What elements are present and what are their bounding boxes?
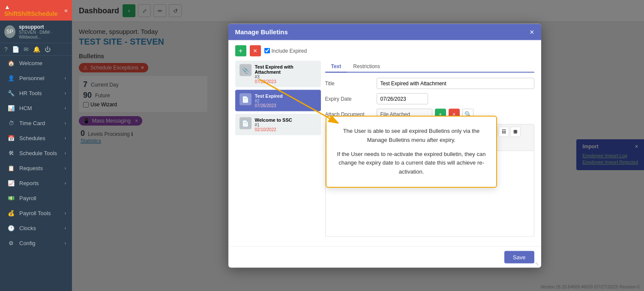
bulletin-item-1[interactable]: 📎 Test Expired with Attachment #3 07/28/… (235, 60, 321, 87)
tools-icon: 🔧 (7, 90, 15, 96)
sidebar-item-reports[interactable]: 📈 Reports › (0, 176, 72, 191)
sidebar-item-schedule-tools[interactable]: 🛠 Schedule Tools › (0, 146, 72, 161)
sidebar-item-label: Personnel (19, 75, 45, 81)
chevron-right-icon: › (65, 136, 66, 141)
sidebar-item-label: Payroll Tools (19, 210, 51, 216)
user-info: spsupport STEVEN · DMM · Wildwood... (19, 24, 68, 39)
tooltip-box: The User is able to see all expired Bull… (326, 116, 497, 188)
avatar: SP (4, 25, 15, 38)
sidebar-item-label: Config (19, 240, 36, 246)
sidebar-item-payroll[interactable]: 💵 Payroll (0, 191, 72, 206)
remove-bulletin-btn[interactable]: × (250, 45, 261, 56)
title-label: Title (325, 80, 372, 86)
chart-icon: 📊 (7, 105, 15, 111)
message-icon[interactable]: ✉ (24, 46, 29, 53)
detail-tabs: Text Restrictions (325, 60, 534, 72)
bulletin-info: Test Expired #2 07/26/2023 (255, 93, 283, 108)
bell-icon[interactable]: 🔔 (33, 46, 40, 53)
sidebar-header: ▲ ShiftShiftSchedule « (0, 0, 72, 21)
tooltip-line1: The User is able to see all expired Bull… (335, 127, 488, 145)
sidebar-collapse-icon[interactable]: « (64, 7, 68, 14)
chevron-right-icon: › (65, 121, 66, 126)
sidebar-item-label: Schedule Tools (19, 150, 57, 156)
document-icon: 📄 (240, 117, 252, 129)
include-expired-label: Include Expired (264, 48, 307, 54)
dollar-icon: 💵 (7, 195, 15, 201)
wrench-icon: 🛠 (7, 150, 15, 156)
expiry-date-input[interactable] (377, 93, 428, 104)
expiry-date-row: Expiry Date (325, 93, 534, 104)
calendar-icon: 📅 (7, 135, 15, 141)
payroll-tools-icon: 💰 (7, 210, 15, 216)
sidebar-item-label: Schedules (19, 135, 45, 141)
person-icon: 👤 (7, 75, 15, 81)
title-row: Title (325, 78, 534, 89)
title-input[interactable] (377, 78, 534, 89)
modal-title: Manage Bulletins (235, 28, 288, 36)
clocks-icon: 🕐 (7, 225, 15, 231)
modal-footer: Save (228, 246, 541, 267)
attachment-icon: 📎 (240, 64, 252, 76)
sidebar-item-label: HCM (19, 105, 32, 111)
chevron-right-icon: › (65, 211, 66, 216)
sidebar-item-personnel[interactable]: 👤 Personnel › (0, 71, 72, 86)
indent-btn[interactable]: ⊞ (510, 126, 521, 137)
sidebar-item-label: HR Tools (19, 90, 42, 96)
sidebar-item-requests[interactable]: 📋 Requests › (0, 161, 72, 176)
bulletin-item-3[interactable]: 📄 Welcome to SSC #1 02/10/2022 (235, 114, 321, 135)
modal-header: Manage Bulletins × (228, 24, 541, 40)
expiry-date-label: Expiry Date (325, 96, 372, 102)
chevron-right-icon: › (65, 226, 66, 231)
sidebar: ▲ ShiftShiftSchedule « SP spsupport STEV… (0, 0, 72, 291)
chevron-right-icon: › (65, 106, 66, 111)
modal-close-btn[interactable]: × (530, 28, 534, 36)
number-list-btn[interactable]: ☷ (499, 126, 509, 137)
document-icon: 📄 (240, 93, 252, 105)
sidebar-nav: 🏠 Welcome 👤 Personnel › 🔧 HR Tools › 📊 H… (0, 56, 72, 291)
sidebar-item-label: Welcome (19, 60, 42, 66)
sidebar-item-welcome[interactable]: 🏠 Welcome (0, 56, 72, 71)
bulletin-controls: + × Include Expired (235, 45, 534, 56)
document-icon[interactable]: 📄 (12, 46, 19, 53)
username: spsupport (19, 24, 68, 30)
clock-icon: ⏱ (7, 120, 15, 126)
sidebar-item-clocks[interactable]: 🕐 Clocks › (0, 221, 72, 236)
sidebar-item-time-card[interactable]: ⏱ Time Card › (0, 116, 72, 131)
chevron-right-icon: › (65, 241, 66, 246)
bulletin-info: Test Expired with Attachment #3 07/28/20… (255, 64, 317, 84)
home-icon: 🏠 (7, 60, 15, 66)
tab-text[interactable]: Text (325, 60, 347, 72)
sidebar-item-label: Time Card (19, 120, 45, 126)
sidebar-item-label: Reports (19, 180, 39, 186)
report-icon: 📈 (7, 180, 15, 186)
include-expired-checkbox[interactable] (264, 48, 270, 54)
gear-icon: ⚙ (7, 240, 15, 246)
add-bulletin-btn[interactable]: + (235, 45, 246, 56)
tab-restrictions[interactable]: Restrictions (347, 60, 386, 72)
sidebar-item-label: Requests (19, 165, 43, 171)
chevron-right-icon: › (65, 166, 66, 171)
sidebar-logo: ▲ ShiftShiftSchedule (4, 3, 64, 17)
chevron-right-icon: › (65, 91, 66, 96)
sidebar-item-hr-tools[interactable]: 🔧 HR Tools › (0, 86, 72, 101)
tooltip-line2: If the User needs to re-activate the exp… (335, 150, 488, 177)
sidebar-item-config[interactable]: ⚙ Config › (0, 236, 72, 251)
save-btn[interactable]: Save (504, 251, 534, 263)
clipboard-icon: 📋 (7, 165, 15, 171)
sidebar-user: SP spsupport STEVEN · DMM · Wildwood... (0, 21, 72, 43)
power-icon[interactable]: ⏻ (45, 46, 51, 53)
chevron-right-icon: › (65, 76, 66, 81)
chevron-right-icon: › (65, 181, 66, 186)
sidebar-item-payroll-tools[interactable]: 💰 Payroll Tools › (0, 206, 72, 221)
bulletin-info: Welcome to SSC #1 02/10/2022 (255, 117, 292, 132)
sidebar-item-label: Clocks (19, 225, 36, 231)
sidebar-item-label: Payroll (19, 195, 36, 201)
sidebar-item-hcm[interactable]: 📊 HCM › (0, 101, 72, 116)
bulletin-item-2[interactable]: 📄 Test Expired #2 07/26/2023 (235, 90, 321, 111)
resize-handle[interactable]: ⤡ (535, 261, 539, 266)
sidebar-utility-icons: ? 📄 ✉ 🔔 ⏻ (0, 43, 72, 56)
user-role: STEVEN · DMM · Wildwood... (19, 30, 68, 39)
sidebar-item-schedules[interactable]: 📅 Schedules › (0, 131, 72, 146)
help-icon[interactable]: ? (4, 46, 8, 53)
chevron-right-icon: › (65, 151, 66, 156)
